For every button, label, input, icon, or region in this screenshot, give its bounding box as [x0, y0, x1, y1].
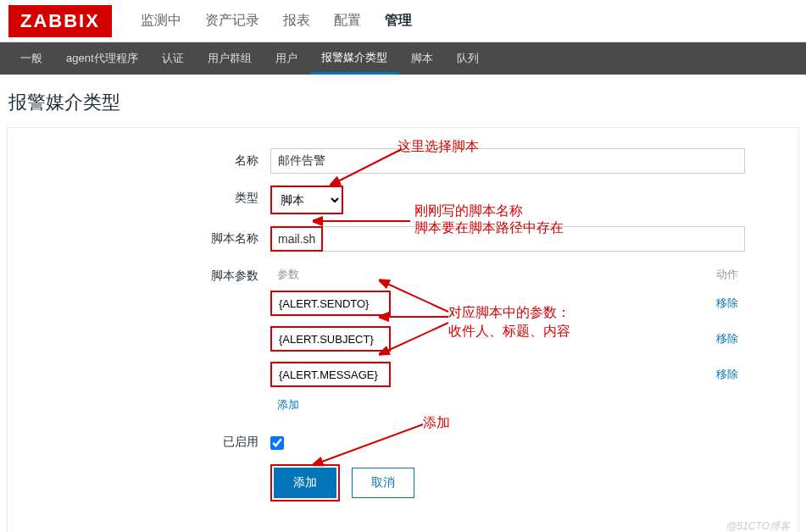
param-input-2[interactable]	[270, 362, 391, 387]
sub-proxies[interactable]: agent代理程序	[54, 42, 150, 75]
page-title: 报警媒介类型	[0, 75, 806, 127]
sub-users[interactable]: 用户	[264, 42, 309, 75]
sub-auth[interactable]: 认证	[150, 42, 196, 75]
nav-monitoring[interactable]: 监测中	[129, 0, 193, 42]
scriptparams-label: 脚本参数	[33, 263, 270, 284]
sub-scripts[interactable]: 脚本	[399, 42, 445, 75]
sub-queue[interactable]: 队列	[445, 42, 491, 75]
sub-mediatypes[interactable]: 报警媒介类型	[309, 42, 399, 75]
sub-usergroups[interactable]: 用户群组	[196, 42, 264, 75]
remove-link-2[interactable]: 移除	[716, 368, 738, 380]
param-input-1[interactable]	[270, 326, 391, 352]
name-label: 名称	[33, 148, 270, 169]
submit-button[interactable]: 添加	[274, 468, 336, 498]
nav-reports[interactable]: 报表	[271, 0, 322, 42]
nav-inventory[interactable]: 资产记录	[193, 0, 271, 42]
scriptname-label: 脚本名称	[33, 226, 270, 247]
param-row: 移除	[270, 321, 745, 357]
params-header: 参数	[270, 263, 642, 285]
logo[interactable]: ZABBIX	[8, 5, 112, 37]
enabled-checkbox[interactable]	[270, 436, 284, 450]
remove-link-0[interactable]: 移除	[716, 296, 738, 309]
param-row: 移除	[270, 357, 745, 392]
params-table: 参数 动作 移除 移除 移除	[270, 263, 745, 418]
nav-config[interactable]: 配置	[322, 0, 373, 42]
cancel-button[interactable]: 取消	[352, 468, 414, 498]
param-row: 移除	[270, 285, 745, 321]
sub-nav: 一般 agent代理程序 认证 用户群组 用户 报警媒介类型 脚本 队列	[0, 42, 806, 75]
name-input[interactable]	[270, 148, 745, 174]
action-header: 动作	[642, 263, 746, 285]
top-nav: ZABBIX 监测中 资产记录 报表 配置 管理	[0, 0, 806, 42]
add-param-link[interactable]: 添加	[270, 398, 299, 411]
param-input-0[interactable]	[270, 291, 391, 316]
type-label: 类型	[33, 186, 270, 206]
type-select[interactable]: 脚本	[272, 187, 342, 213]
scriptname-input[interactable]	[270, 226, 745, 252]
enabled-label: 已启用	[33, 429, 270, 450]
form-area: 名称 类型 脚本 脚本名称 脚本参数 参数	[7, 127, 799, 532]
watermark: @51CTO博客	[726, 519, 790, 532]
remove-link-1[interactable]: 移除	[716, 332, 738, 345]
nav-admin[interactable]: 管理	[373, 0, 424, 42]
sub-general[interactable]: 一般	[8, 42, 54, 75]
